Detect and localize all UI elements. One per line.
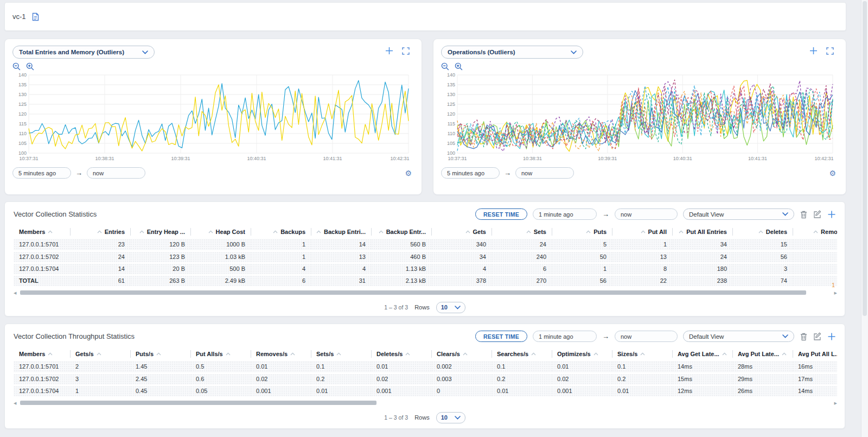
sort-caret-icon [97,230,102,233]
page-size-select[interactable]: 10 [436,412,465,423]
column-header[interactable]: Backups [251,225,311,239]
column-header[interactable]: Heap Cost [190,225,251,239]
edit-view-button[interactable] [813,332,822,341]
svg-text:10:41:31: 10:41:31 [748,156,767,161]
arrow-right-icon: → [602,211,609,218]
table-time-from-input[interactable]: 1 minute ago [533,208,597,220]
table-cell: 61 [70,275,130,287]
zoom-in-icon[interactable] [455,62,463,71]
scrollbar-thumb[interactable] [20,401,376,405]
reset-time-button[interactable]: RESET TIME [475,208,527,220]
add-widget-button[interactable] [827,332,836,341]
table-time-to-input[interactable]: now [615,208,678,220]
table-row[interactable]: 127.0.0.1:570121.450.50.010.10.010.0020.… [14,361,837,373]
time-to-input[interactable]: now [87,167,145,179]
column-header[interactable]: Optimizes/s [552,347,612,361]
table-row[interactable]: 127.0.0.1:570224123 B1.03 kB113460 B3424… [14,251,837,263]
page-size-select[interactable]: 10 [436,302,465,313]
column-header[interactable]: Searches/s [492,347,552,361]
scrollbar-thumb[interactable] [20,290,806,295]
table-cell: 120 B [130,239,190,251]
table-cell: 22 [612,275,672,287]
column-header[interactable]: Avg Put All L... [793,347,837,361]
column-label: Puts [593,229,607,235]
add-widget-button[interactable] [827,210,836,219]
delete-view-button[interactable] [800,210,808,219]
column-header[interactable]: Put Alls/s [190,347,251,361]
zoom-out-icon[interactable] [12,62,21,71]
scroll-right-icon[interactable]: ▶ [834,401,837,406]
column-header[interactable]: Puts [552,225,612,239]
table-cell: 0.01 [612,385,672,397]
page-scrollbar-thumb[interactable] [863,1,867,316]
column-header[interactable]: Members [14,225,70,239]
metric-select[interactable]: Total Entries and Memory (Outliers) [12,46,155,59]
column-header[interactable]: Avg Put Late... [732,347,793,361]
expand-chart-icon[interactable] [402,47,410,55]
time-from-input[interactable]: 5 minutes ago [12,167,71,179]
column-header[interactable]: Deletes [732,225,793,239]
operations-line-chart[interactable]: 10010511011512012513013514010:37:3110:38… [441,72,838,163]
scroll-right-icon[interactable]: ▶ [834,290,837,295]
column-label: Heap Cost [216,229,245,235]
table-cell: 0.001 [552,385,612,397]
add-chart-icon[interactable] [385,47,393,55]
chart-panel-entries-memory: Total Entries and Memory (Outliers) 1001… [4,39,422,195]
column-header[interactable]: Gets/s [70,347,130,361]
page-scrollbar[interactable] [861,0,868,437]
pagination-range: 1 – 3 of 3 [384,414,408,421]
expand-chart-icon[interactable] [826,47,834,55]
entries-memory-line-chart[interactable]: 10010511011512012513013514010:37:3110:38… [12,72,414,163]
scroll-left-icon[interactable]: ◀ [14,401,16,406]
time-to-input[interactable]: now [515,167,574,179]
horizontal-scrollbar[interactable]: ◀ ▶ [14,401,837,406]
table-time-from-input[interactable]: 1 minute ago [533,331,597,342]
chart-settings-gear-icon[interactable]: ⚙ [829,169,836,178]
delete-view-button[interactable] [800,332,808,341]
column-header[interactable]: Members [14,347,70,361]
edit-view-button[interactable] [813,210,822,219]
table-row[interactable]: 127.0.0.1:570123120 B1000 B114560 B34024… [14,239,837,251]
chart-settings-gear-icon[interactable]: ⚙ [405,169,412,178]
column-header[interactable]: Put All [612,225,672,239]
column-header[interactable]: Sets [492,225,552,239]
zoom-out-icon[interactable] [441,62,449,71]
table-cell: 3 [70,373,130,385]
column-header[interactable]: Entry Heap ... [130,225,190,239]
table-row[interactable]: 127.0.0.1:570232.450.60.020.20.020.0030.… [14,373,837,385]
column-header[interactable]: Gets [431,225,492,239]
table-cell: 1.13 kB [371,263,431,275]
column-header[interactable]: Removes [793,225,837,239]
column-header[interactable]: Clears/s [431,347,492,361]
metric-select[interactable]: Operations/s (Outliers) [441,46,583,59]
column-header[interactable]: Deletes/s [371,347,431,361]
table-time-to-input[interactable]: now [615,331,678,342]
svg-text:135: 135 [447,82,455,87]
column-header[interactable]: Put All Entries [672,225,732,239]
column-header[interactable]: Sets/s [311,347,371,361]
reset-time-button[interactable]: RESET TIME [475,331,527,342]
time-from-input[interactable]: 5 minutes ago [441,167,500,179]
column-label: Members [19,351,45,357]
column-header[interactable]: Puts/s [130,347,190,361]
add-chart-icon[interactable] [809,47,818,55]
zoom-in-icon[interactable] [26,62,34,71]
table-row[interactable]: 127.0.0.1:570410.450.050.0010.010.00100.… [14,385,837,397]
scroll-left-icon[interactable]: ◀ [14,290,16,295]
column-header[interactable]: Removes/s [251,347,311,361]
table-row[interactable]: TOTAL61263 B2.49 kB6312.13 kB37827056222… [14,275,837,287]
column-header[interactable]: Entries [70,225,130,239]
column-label: Sets/s [316,351,334,357]
view-select[interactable]: Default View [683,208,794,220]
column-header[interactable]: Sizes/s [612,347,672,361]
column-header[interactable]: Backup Entri... [311,225,371,239]
svg-text:10:37:31: 10:37:31 [19,156,38,161]
table-row[interactable]: 127.0.0.1:57041420 B500 B441.13 kB461818… [14,263,837,275]
table-cell: 4 [311,263,371,275]
view-select[interactable]: Default View [683,331,794,342]
column-header[interactable]: Backup Entr... [371,225,431,239]
column-header[interactable]: Avg Get Late... [672,347,732,361]
document-icon[interactable] [31,12,40,21]
table-header-row: MembersGets/sPuts/sPut Alls/sRemoves/sSe… [14,347,837,361]
horizontal-scrollbar[interactable]: ◀ ▶ [14,290,837,295]
